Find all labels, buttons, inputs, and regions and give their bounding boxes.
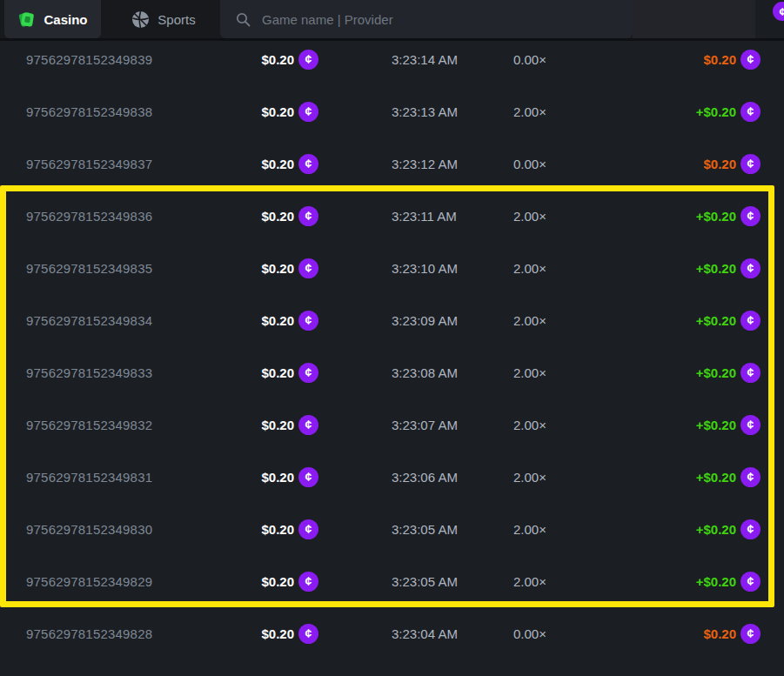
bet-id-cell[interactable]: 97562978152349833: [26, 365, 244, 380]
currency-coin-icon: ¢: [298, 624, 318, 644]
bet-time-cell: 3:23:13 AM: [392, 104, 487, 119]
bet-time-cell: 3:23:07 AM: [392, 418, 487, 432]
bet-amount-value: $0.20: [261, 418, 294, 432]
table-row[interactable]: 97562978152349831 $0.20 ¢ 3:23:06 AM 2.0…: [0, 451, 784, 503]
currency-coin-icon: ¢: [740, 311, 761, 331]
payout-cell: $0.20 ¢: [592, 624, 761, 644]
bet-id-cell[interactable]: 97562978152349830: [26, 522, 244, 537]
currency-coin-icon: ¢: [298, 102, 318, 122]
payout-cell: +$0.20 ¢: [592, 311, 761, 331]
bet-time-cell: 3:23:05 AM: [392, 574, 487, 589]
bet-amount-cell: $0.20 ¢: [244, 50, 318, 70]
basketball-icon: [131, 10, 150, 29]
payout-value: +$0.20: [696, 418, 736, 432]
bet-amount-cell: $0.20 ¢: [244, 415, 318, 435]
bet-id-cell[interactable]: 97562978152349839: [26, 52, 244, 67]
multiplier-cell: 2.00×: [513, 104, 592, 119]
payout-cell: +$0.20 ¢: [592, 467, 761, 487]
bet-id-cell[interactable]: 97562978152349832: [26, 418, 244, 432]
bet-amount-value: $0.20: [261, 522, 294, 537]
payout-cell: +$0.20 ¢: [592, 102, 761, 122]
bet-id-cell[interactable]: 97562978152349835: [26, 261, 244, 276]
currency-coin-icon: ¢: [298, 154, 318, 174]
bet-amount-cell: $0.20 ¢: [244, 519, 318, 539]
table-row[interactable]: 97562978152349828 $0.20 ¢ 3:23:04 AM 0.0…: [0, 607, 784, 659]
game-search-bar[interactable]: [220, 0, 633, 38]
bet-id-cell[interactable]: 97562978152349837: [26, 157, 244, 171]
bet-id-cell[interactable]: 97562978152349836: [26, 209, 244, 224]
payout-value: +$0.20: [696, 522, 736, 537]
bet-amount-value: $0.20: [261, 626, 294, 641]
bet-amount-value: $0.20: [261, 470, 294, 485]
tab-sports[interactable]: Sports: [111, 0, 216, 38]
table-row[interactable]: 97562978152349834 $0.20 ¢ 3:23:09 AM 2.0…: [0, 294, 784, 346]
casino-cards-icon: [17, 10, 36, 30]
payout-value: +$0.20: [696, 313, 736, 328]
tab-casino[interactable]: Casino: [4, 0, 101, 38]
table-row[interactable]: 97562978152349835 $0.20 ¢ 3:23:10 AM 2.0…: [0, 242, 784, 294]
bet-amount-cell: $0.20 ¢: [244, 467, 318, 487]
bet-amount-cell: $0.20 ¢: [244, 102, 318, 122]
bet-amount-cell: $0.20 ¢: [244, 154, 318, 174]
currency-coin-icon: ¢: [740, 415, 761, 435]
bet-time-cell: 3:23:04 AM: [392, 626, 487, 641]
table-row[interactable]: 97562978152349832 $0.20 ¢ 3:23:07 AM 2.0…: [0, 398, 784, 451]
topbar-segment: [633, 0, 755, 38]
currency-coin-icon: ¢: [740, 572, 761, 592]
currency-coin-icon: ¢: [740, 519, 761, 539]
bet-time-cell: 3:23:10 AM: [392, 261, 487, 276]
bet-id-cell[interactable]: 97562978152349838: [26, 104, 244, 119]
payout-value: +$0.20: [696, 365, 736, 380]
bet-time-cell: 3:23:06 AM: [392, 470, 487, 485]
payout-value: +$0.20: [696, 209, 736, 224]
bet-amount-value: $0.20: [261, 104, 294, 119]
table-row[interactable]: 97562978152349839 $0.20 ¢ 3:23:14 AM 0.0…: [0, 33, 784, 85]
payout-cell: $0.20 ¢: [592, 50, 761, 70]
multiplier-cell: 0.00×: [513, 626, 592, 641]
top-navigation-bar: Casino Sports: [0, 0, 784, 41]
table-row[interactable]: 97562978152349836 $0.20 ¢ 3:23:11 AM 2.0…: [0, 190, 784, 242]
bet-id-cell[interactable]: 97562978152349831: [26, 470, 244, 485]
multiplier-cell: 2.00×: [513, 522, 592, 537]
currency-coin-icon: ¢: [740, 363, 761, 383]
payout-value: +$0.20: [696, 104, 736, 119]
bet-id-cell[interactable]: 97562978152349828: [26, 626, 244, 641]
table-row[interactable]: 97562978152349833 $0.20 ¢ 3:23:08 AM 2.0…: [0, 346, 784, 398]
bet-amount-cell: $0.20 ¢: [244, 206, 318, 226]
currency-coin-icon: ¢: [740, 50, 761, 70]
bet-id-cell[interactable]: 97562978152349829: [26, 574, 244, 589]
bet-time-cell: 3:23:11 AM: [392, 209, 487, 224]
table-row[interactable]: 97562978152349830 $0.20 ¢ 3:23:05 AM 2.0…: [0, 503, 784, 555]
table-row[interactable]: 97562978152349837 $0.20 ¢ 3:23:12 AM 0.0…: [0, 137, 784, 190]
currency-coin-icon: ¢: [298, 50, 318, 70]
game-search-input[interactable]: [260, 11, 594, 28]
multiplier-cell: 0.00×: [513, 157, 592, 171]
table-row[interactable]: 97562978152349838 $0.20 ¢ 3:23:13 AM 2.0…: [0, 85, 784, 137]
currency-coin-icon: ¢: [740, 102, 761, 122]
payout-cell: +$0.20 ¢: [592, 519, 761, 539]
payout-value: $0.20: [703, 626, 736, 641]
bet-time-cell: 3:23:08 AM: [392, 365, 487, 380]
multiplier-cell: 0.00×: [513, 52, 592, 67]
currency-coin-icon: ¢: [298, 519, 318, 539]
bet-amount-cell: $0.20 ¢: [244, 572, 318, 592]
multiplier-cell: 2.00×: [513, 574, 592, 589]
tab-sports-label: Sports: [157, 12, 195, 27]
bet-id-cell[interactable]: 97562978152349834: [26, 313, 244, 328]
bet-amount-value: $0.20: [261, 157, 294, 171]
payout-value: +$0.20: [696, 261, 736, 276]
table-row[interactable]: 97562978152349829 $0.20 ¢ 3:23:05 AM 2.0…: [0, 555, 784, 607]
bet-amount-value: $0.20: [261, 52, 294, 67]
bet-amount-cell: $0.20 ¢: [244, 258, 318, 278]
payout-value: +$0.20: [696, 470, 736, 485]
multiplier-cell: 2.00×: [513, 313, 592, 328]
currency-coin-icon: ¢: [298, 206, 318, 226]
currency-coin-icon: ¢: [298, 258, 318, 278]
bet-time-cell: 3:23:14 AM: [392, 52, 487, 67]
bet-amount-value: $0.20: [261, 574, 294, 589]
search-icon: [236, 12, 251, 27]
bet-time-cell: 3:23:12 AM: [392, 157, 487, 171]
bet-history-table: 97562978152349839 $0.20 ¢ 3:23:14 AM 0.0…: [0, 33, 784, 659]
bet-amount-cell: $0.20 ¢: [244, 363, 318, 383]
bet-amount-value: $0.20: [261, 365, 294, 380]
